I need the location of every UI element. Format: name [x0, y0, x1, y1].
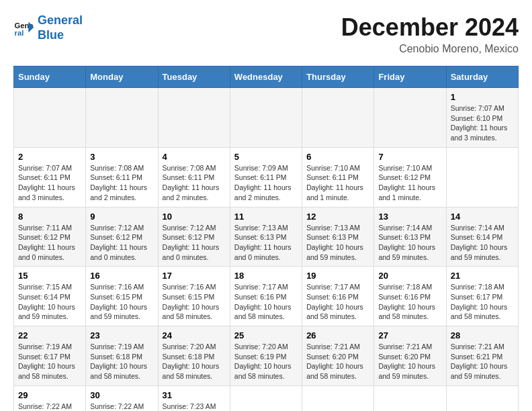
- day-info: Sunrise: 7:21 AMSunset: 6:20 PMDaylight:…: [378, 342, 435, 380]
- calendar-day-27: 27 Sunrise: 7:21 AMSunset: 6:20 PMDaylig…: [374, 326, 446, 386]
- empty-cell: [374, 385, 446, 411]
- day-number: 31: [163, 390, 226, 400]
- calendar-header: SundayMondayTuesdayWednesdayThursdayFrid…: [14, 66, 519, 88]
- page-header: Gene ral General Blue December 2024 Ceno…: [13, 13, 519, 55]
- calendar-day-14: 14 Sunrise: 7:14 AMSunset: 6:14 PMDaylig…: [446, 207, 518, 267]
- calendar-day-18: 18 Sunrise: 7:17 AMSunset: 6:16 PMDaylig…: [230, 267, 302, 326]
- calendar-day-29: 29 Sunrise: 7:22 AMSunset: 6:21 PMDaylig…: [14, 385, 86, 411]
- day-info: Sunrise: 7:20 AMSunset: 6:19 PMDaylight:…: [234, 342, 292, 380]
- calendar-day-9: 9 Sunrise: 7:12 AMSunset: 6:12 PMDayligh…: [86, 207, 158, 267]
- calendar-day-5: 5 Sunrise: 7:09 AMSunset: 6:11 PMDayligh…: [230, 147, 302, 207]
- day-info: Sunrise: 7:10 AMSunset: 6:11 PMDaylight:…: [306, 164, 363, 201]
- day-number: 18: [234, 271, 298, 281]
- day-info: Sunrise: 7:20 AMSunset: 6:18 PMDaylight:…: [163, 342, 220, 380]
- empty-cell: [230, 385, 302, 411]
- day-number: 3: [90, 152, 153, 162]
- day-number: 29: [18, 390, 81, 400]
- day-number: 20: [378, 271, 441, 281]
- day-info: Sunrise: 7:12 AMSunset: 6:12 PMDaylight:…: [90, 224, 147, 261]
- day-number: 1: [451, 92, 514, 102]
- day-number: 8: [18, 212, 81, 222]
- day-info: Sunrise: 7:22 AMSunset: 6:22 PMDaylight:…: [90, 402, 147, 411]
- calendar-day-28: 28 Sunrise: 7:21 AMSunset: 6:21 PMDaylig…: [446, 326, 518, 386]
- day-info: Sunrise: 7:19 AMSunset: 6:18 PMDaylight:…: [90, 342, 147, 380]
- day-info: Sunrise: 7:14 AMSunset: 6:13 PMDaylight:…: [378, 224, 435, 261]
- day-number: 15: [18, 271, 81, 281]
- day-number: 30: [90, 390, 153, 400]
- day-number: 25: [234, 330, 298, 340]
- day-info: Sunrise: 7:07 AMSunset: 6:10 PMDaylight:…: [451, 104, 508, 142]
- calendar-day-16: 16 Sunrise: 7:16 AMSunset: 6:15 PMDaylig…: [86, 267, 158, 326]
- calendar-week-6: 29 Sunrise: 7:22 AMSunset: 6:21 PMDaylig…: [14, 385, 519, 411]
- calendar-day-21: 21 Sunrise: 7:18 AMSunset: 6:17 PMDaylig…: [446, 267, 518, 326]
- calendar-day-7: 7 Sunrise: 7:10 AMSunset: 6:12 PMDayligh…: [374, 147, 446, 207]
- calendar-day-12: 12 Sunrise: 7:13 AMSunset: 6:13 PMDaylig…: [302, 207, 374, 267]
- header-day-sunday: Sunday: [14, 66, 86, 88]
- day-info: Sunrise: 7:21 AMSunset: 6:20 PMDaylight:…: [306, 342, 363, 380]
- day-info: Sunrise: 7:19 AMSunset: 6:17 PMDaylight:…: [18, 342, 75, 380]
- day-info: Sunrise: 7:22 AMSunset: 6:21 PMDaylight:…: [18, 402, 75, 411]
- calendar-day-23: 23 Sunrise: 7:19 AMSunset: 6:18 PMDaylig…: [86, 326, 158, 386]
- day-number: 10: [163, 212, 226, 222]
- logo-icon: Gene ral: [13, 17, 35, 39]
- empty-cell: [446, 147, 518, 207]
- svg-text:ral: ral: [15, 29, 24, 37]
- day-number: 26: [306, 330, 369, 340]
- header-day-tuesday: Tuesday: [158, 66, 230, 88]
- day-info: Sunrise: 7:11 AMSunset: 6:12 PMDaylight:…: [18, 224, 75, 261]
- calendar-day-3: 3 Sunrise: 7:08 AMSunset: 6:11 PMDayligh…: [86, 147, 158, 207]
- day-number: 21: [451, 271, 514, 281]
- calendar-day-11: 11 Sunrise: 7:13 AMSunset: 6:13 PMDaylig…: [230, 207, 302, 267]
- empty-cell: [86, 88, 158, 148]
- day-number: 27: [378, 330, 441, 340]
- header-day-monday: Monday: [86, 66, 158, 88]
- day-number: 5: [234, 152, 298, 162]
- calendar-day-4: 4 Sunrise: 7:08 AMSunset: 6:11 PMDayligh…: [158, 147, 230, 207]
- calendar-week-3: 8 Sunrise: 7:11 AMSunset: 6:12 PMDayligh…: [14, 207, 519, 267]
- empty-cell: [14, 88, 86, 148]
- day-info: Sunrise: 7:10 AMSunset: 6:12 PMDaylight:…: [378, 164, 435, 201]
- day-info: Sunrise: 7:17 AMSunset: 6:16 PMDaylight:…: [306, 283, 363, 320]
- day-number: 11: [234, 212, 298, 222]
- day-info: Sunrise: 7:17 AMSunset: 6:16 PMDaylight:…: [234, 283, 292, 320]
- calendar-week-5: 22 Sunrise: 7:19 AMSunset: 6:17 PMDaylig…: [14, 326, 519, 386]
- calendar-day-19: 19 Sunrise: 7:17 AMSunset: 6:16 PMDaylig…: [302, 267, 374, 326]
- calendar-day-8: 8 Sunrise: 7:11 AMSunset: 6:12 PMDayligh…: [14, 207, 86, 267]
- logo: Gene ral General Blue: [13, 13, 83, 42]
- day-number: 4: [163, 152, 226, 162]
- empty-cell: [230, 88, 302, 148]
- header-day-friday: Friday: [374, 66, 446, 88]
- day-info: Sunrise: 7:12 AMSunset: 6:12 PMDaylight:…: [163, 224, 220, 261]
- calendar-day-1: 1 Sunrise: 7:07 AMSunset: 6:10 PMDayligh…: [446, 88, 518, 148]
- day-info: Sunrise: 7:13 AMSunset: 6:13 PMDaylight:…: [234, 224, 292, 261]
- day-number: 24: [163, 330, 226, 340]
- logo-line1: General: [38, 13, 83, 27]
- day-number: 22: [18, 330, 81, 340]
- header-row: SundayMondayTuesdayWednesdayThursdayFrid…: [14, 66, 519, 88]
- day-info: Sunrise: 7:08 AMSunset: 6:11 PMDaylight:…: [90, 164, 147, 201]
- title-block: December 2024 Cenobio Moreno, Mexico: [341, 13, 519, 55]
- empty-cell: [446, 385, 518, 411]
- month-title: December 2024: [341, 13, 519, 42]
- calendar-body: 1 Sunrise: 7:07 AMSunset: 6:10 PMDayligh…: [14, 88, 519, 412]
- calendar-day-30: 30 Sunrise: 7:22 AMSunset: 6:22 PMDaylig…: [86, 385, 158, 411]
- day-info: Sunrise: 7:09 AMSunset: 6:11 PMDaylight:…: [234, 164, 292, 201]
- day-number: 7: [378, 152, 441, 162]
- calendar-week-2: 2 Sunrise: 7:07 AMSunset: 6:11 PMDayligh…: [14, 147, 519, 207]
- calendar-week-4: 15 Sunrise: 7:15 AMSunset: 6:14 PMDaylig…: [14, 267, 519, 326]
- day-number: 6: [306, 152, 369, 162]
- empty-cell: [302, 88, 374, 148]
- day-number: 16: [90, 271, 153, 281]
- calendar-day-13: 13 Sunrise: 7:14 AMSunset: 6:13 PMDaylig…: [374, 207, 446, 267]
- day-info: Sunrise: 7:07 AMSunset: 6:11 PMDaylight:…: [18, 164, 75, 201]
- day-number: 17: [163, 271, 226, 281]
- calendar-day-24: 24 Sunrise: 7:20 AMSunset: 6:18 PMDaylig…: [158, 326, 230, 386]
- day-info: Sunrise: 7:14 AMSunset: 6:14 PMDaylight:…: [451, 224, 508, 261]
- day-number: 14: [451, 212, 514, 222]
- day-info: Sunrise: 7:16 AMSunset: 6:15 PMDaylight:…: [90, 283, 147, 320]
- day-info: Sunrise: 7:23 AMSunset: 6:22 PMDaylight:…: [163, 402, 220, 411]
- day-info: Sunrise: 7:08 AMSunset: 6:11 PMDaylight:…: [163, 164, 220, 201]
- calendar-day-26: 26 Sunrise: 7:21 AMSunset: 6:20 PMDaylig…: [302, 326, 374, 386]
- day-number: 19: [306, 271, 369, 281]
- day-number: 9: [90, 212, 153, 222]
